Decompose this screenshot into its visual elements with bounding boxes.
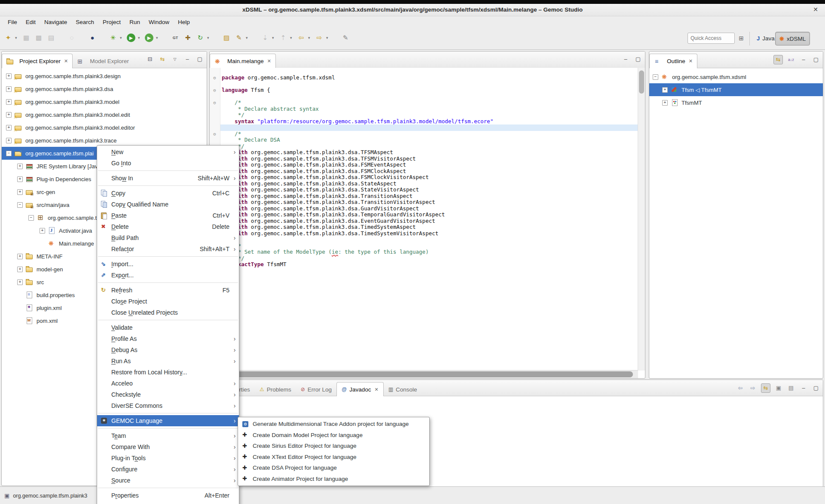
tree-expander-icon[interactable]: + xyxy=(17,164,23,169)
menu-item-profile-as[interactable]: Profile As› xyxy=(97,333,239,344)
tab-model-explorer[interactable]: Model Explorer xyxy=(73,55,133,68)
minimize-icon[interactable]: – xyxy=(799,384,808,392)
submenu-item[interactable]: Create Animator Project for language xyxy=(238,474,429,485)
link-with-editor-icon[interactable]: ⇆ xyxy=(158,55,167,64)
menu-window[interactable]: Window xyxy=(144,16,174,28)
menu-item-delete[interactable]: DeleteDelete xyxy=(97,221,239,232)
tree-expander-icon[interactable]: − xyxy=(6,151,12,156)
scrollbar-thumb[interactable] xyxy=(639,70,644,94)
menu-item-configure[interactable]: Configure› xyxy=(97,464,239,475)
run-external-icon[interactable]: ▶ xyxy=(145,33,153,42)
minimize-icon[interactable]: – xyxy=(799,55,808,64)
menu-item-build-path[interactable]: Build Path› xyxy=(97,232,239,243)
run-external-icon-chevron[interactable]: ▾ xyxy=(156,36,160,40)
tree-expander-icon[interactable]: + xyxy=(6,73,12,79)
browser-icon[interactable]: ● xyxy=(87,32,98,43)
menu-item-export-[interactable]: Export... xyxy=(97,270,239,281)
external-tools-icon[interactable]: ◌ xyxy=(66,32,77,43)
tree-expander-icon[interactable]: + xyxy=(6,99,12,105)
view-menu-icon[interactable]: ▽ xyxy=(171,55,179,64)
tree-item[interactable]: +org.gemoc.sample.tfsm.plaink3.model.edi… xyxy=(2,108,207,121)
submenu-item[interactable]: Create DSA Project for language xyxy=(238,462,429,474)
history-back-icon[interactable]: ⇦ xyxy=(736,384,745,392)
tab-error-log[interactable]: ⊘Error Log xyxy=(296,383,336,396)
menu-item-close-project[interactable]: Close Project xyxy=(97,296,239,307)
editor-horizontal-scrollbar[interactable] xyxy=(210,370,638,378)
menu-item-properties[interactable]: PropertiesAlt+Enter xyxy=(97,490,239,501)
fold-collapse-icon[interactable]: ⊖ xyxy=(212,88,217,93)
previous-annotation-icon[interactable]: ⇡ xyxy=(278,32,289,43)
maximize-icon[interactable]: ▢ xyxy=(196,55,204,64)
menu-project[interactable]: Project xyxy=(98,16,125,28)
menu-item-refactor[interactable]: RefactorShift+Alt+T› xyxy=(97,243,239,255)
debug-icon-chevron[interactable]: ▾ xyxy=(120,36,124,40)
open-perspective-icon[interactable]: ⊞ xyxy=(736,33,746,43)
tab-main-melange[interactable]: Main.melange ✕ xyxy=(210,54,276,68)
link-with-editor-icon[interactable]: ⇆ xyxy=(761,383,770,393)
save-icon[interactable]: ▦ xyxy=(21,32,32,43)
tree-expander-icon[interactable]: + xyxy=(6,112,12,118)
tree-expander-icon[interactable]: + xyxy=(17,279,23,285)
tab-project-explorer[interactable]: Project Explorer ✕ xyxy=(2,54,73,68)
menu-item-new[interactable]: New› xyxy=(97,146,239,158)
back-history-icon-chevron[interactable]: ▾ xyxy=(308,36,312,40)
debug-icon[interactable]: ✳ xyxy=(107,32,119,43)
next-annotation-icon-chevron[interactable]: ▾ xyxy=(272,36,276,40)
maximize-icon[interactable]: ▢ xyxy=(634,55,642,64)
code-editor[interactable]: ⊖package org.gemoc.sample.tfsm.xdsml ⊖la… xyxy=(210,68,638,370)
menu-item-diverse-commons[interactable]: DiverSE Commons› xyxy=(97,400,239,411)
tree-expander-icon[interactable]: + xyxy=(40,228,45,234)
tree-expander-icon[interactable]: + xyxy=(17,254,23,259)
build-clean-icon-chevron[interactable]: ▾ xyxy=(207,36,211,40)
outline-tree[interactable]: −org.gemoc.sample.tfsm.xdsml+Tfsm ◁ Tfsm… xyxy=(649,68,823,109)
tab-problems[interactable]: ⚠Problems xyxy=(255,383,296,396)
tree-expander-icon[interactable]: + xyxy=(6,125,12,131)
close-tab-icon[interactable]: ✕ xyxy=(689,58,693,64)
new-wizard-icon-chevron[interactable]: ▾ xyxy=(15,36,19,40)
menu-item-refresh[interactable]: RefreshF5 xyxy=(97,285,239,296)
run-icon[interactable]: ▶ xyxy=(127,33,135,42)
tree-expander-icon[interactable]: − xyxy=(28,215,34,221)
tree-item[interactable]: +org.gemoc.sample.tfsm.plaink3.model xyxy=(2,95,207,108)
minimize-icon[interactable]: – xyxy=(183,55,192,64)
close-tab-icon[interactable]: ✕ xyxy=(267,58,271,64)
tree-item[interactable]: −org.gemoc.sample.tfsm.xdsml xyxy=(649,70,823,83)
tree-expander-icon[interactable]: + xyxy=(6,86,12,92)
tree-expander-icon[interactable]: − xyxy=(653,74,658,80)
tree-expander-icon[interactable]: − xyxy=(17,202,23,208)
tree-expander-icon[interactable]: + xyxy=(6,138,12,143)
previous-annotation-icon-chevron[interactable]: ▾ xyxy=(290,36,294,40)
menu-item-validate[interactable]: Validate xyxy=(97,322,239,333)
menu-item-compare-with[interactable]: Compare With› xyxy=(97,441,239,452)
menu-navigate[interactable]: Navigate xyxy=(40,16,71,28)
menu-search[interactable]: Search xyxy=(71,16,98,28)
close-tab-icon[interactable]: ✕ xyxy=(64,58,68,64)
link-with-editor-icon[interactable]: ⇆ xyxy=(773,55,783,64)
open-log-icon[interactable]: ▣ xyxy=(774,384,783,392)
perspective-xdsml-button[interactable]: ❋ xDSML xyxy=(775,32,810,46)
print-icon[interactable]: ▤ xyxy=(46,32,57,43)
new-wizard-icon[interactable]: ✦ xyxy=(3,32,14,43)
tree-item[interactable]: +org.gemoc.sample.tfsm.plaink3.dsa xyxy=(2,82,207,95)
menu-item-team[interactable]: Team› xyxy=(97,430,239,441)
menu-item-debug-as[interactable]: Debug As› xyxy=(97,344,239,355)
maximize-icon[interactable]: ▢ xyxy=(812,55,820,64)
window-close-icon[interactable]: ✕ xyxy=(813,6,818,13)
open-resource-icon[interactable]: ▨ xyxy=(221,32,232,43)
history-forward-icon[interactable]: ⇨ xyxy=(749,384,757,392)
menu-item-source[interactable]: Source› xyxy=(97,475,239,486)
menu-item-checkstyle[interactable]: Checkstyle› xyxy=(97,389,239,400)
clear-log-icon[interactable]: ▤ xyxy=(787,384,795,392)
submenu-item[interactable]: Create Sirius Editor Project for languag… xyxy=(238,440,429,452)
collapse-all-icon[interactable]: ⊟ xyxy=(146,55,154,64)
tree-expander-icon[interactable]: + xyxy=(17,176,23,182)
submenu-item[interactable]: Create XText Editor Project for language xyxy=(238,452,429,463)
tree-item[interactable]: +Tfsm ◁ TfsmMT xyxy=(649,83,823,96)
run-icon-chevron[interactable]: ▾ xyxy=(138,36,142,40)
scrollbar-thumb[interactable] xyxy=(217,371,633,377)
tree-expander-icon[interactable]: + xyxy=(17,267,23,272)
quick-access-input[interactable] xyxy=(688,33,735,44)
menu-item-paste[interactable]: PasteCtrl+V xyxy=(97,210,239,221)
fold-collapse-icon[interactable]: ⊖ xyxy=(212,75,217,81)
tab-javadoc[interactable]: @Javadoc✕ xyxy=(336,382,384,396)
